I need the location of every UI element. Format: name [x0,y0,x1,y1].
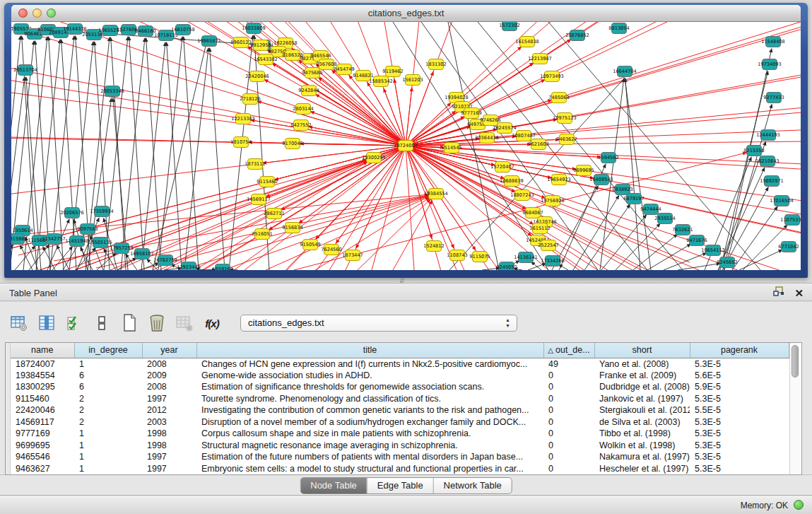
table-cell[interactable]: Tourette syndrome. Phenomenology and cla… [196,393,543,405]
table-cell[interactable]: 9465546 [11,451,74,463]
table-row[interactable]: 2242004622012Investigating the contribut… [11,404,789,416]
table-cell[interactable]: 9463627 [11,463,74,475]
node-yellow-9156834[interactable]: 9156834 [282,223,302,233]
table-cell[interactable]: 2012 [142,404,196,416]
table-cell[interactable]: 0 [543,416,594,428]
node-teal-12444193[interactable]: 12444193 [756,130,780,141]
node-teal-6466160[interactable]: 6466160 [135,26,155,37]
table-cell[interactable]: 2 [74,404,142,416]
table-cell[interactable]: 9115460 [11,393,74,405]
node-yellow-9115075[interactable]: 9115075 [469,252,490,262]
node-yellow-9170046[interactable]: 9170046 [282,139,302,149]
node-yellow-2803144[interactable]: 2803144 [293,104,313,115]
node-yellow-1108743[interactable]: 1108743 [447,250,467,261]
table-cell[interactable]: 0 [543,428,594,440]
node-yellow-9699695[interactable]: 9699695 [573,165,594,176]
node-yellow-2862711[interactable]: 2862711 [264,209,284,219]
table-cell[interactable]: Genome-wide association studies in ADHD. [196,370,543,382]
node-teal-9277433[interactable]: 9277433 [763,93,784,103]
node-yellow-1514545[interactable]: 1514545 [441,143,461,153]
node-yellow-12213987[interactable]: 12213987 [528,54,552,64]
node-yellow-9119462[interactable]: 9119462 [382,66,403,77]
node-teal-9245652[interactable]: 9245652 [717,257,737,268]
column-header-name[interactable]: name [11,343,74,358]
table-row[interactable]: 969969511998Structural magnetic resonanc… [11,440,789,452]
table-cell[interactable]: 5.3E-5 [690,358,789,370]
node-teal-16782759[interactable]: 16782759 [153,255,177,266]
node-teal-14136141[interactable]: 14136141 [514,252,538,263]
node-yellow-2718126[interactable]: 2718126 [240,94,260,105]
node-teal-15692971[interactable]: 15692971 [760,176,784,187]
table-cell[interactable]: 5.5E-5 [690,404,789,416]
table-cell[interactable]: 0 [543,440,594,452]
table-cell[interactable]: Hescheler et al. (1997) [594,463,690,475]
attribute-table[interactable]: namein_degreeyeartitle△out_de...shortpag… [11,343,789,474]
table-row[interactable]: 1872400712008Changes of HCN gene express… [11,358,789,370]
node-teal-19965871[interactable]: 19965871 [197,36,221,47]
node-teal-17016504[interactable]: 17016504 [770,196,794,206]
column-header-title[interactable]: title [196,343,543,358]
table-cell[interactable]: 1 [74,463,142,475]
node-yellow-12975123[interactable]: 12975123 [553,113,577,124]
node-yellow-2522547[interactable]: 2522547 [538,240,558,251]
table-cell[interactable]: Franke et al. (2009) [594,370,690,382]
table-cell[interactable]: 0 [543,393,594,405]
node-teal-19734093[interactable]: 19734093 [758,59,782,70]
node-yellow-16154838[interactable]: 16154838 [515,37,539,47]
table-cell[interactable]: 1998 [142,440,196,452]
node-yellow-9242844[interactable]: 9242844 [298,86,319,96]
column-header-year[interactable]: year [142,343,196,358]
table-cell[interactable]: 49 [543,358,594,370]
table-cell[interactable]: 6 [74,381,142,393]
node-teal-9245052[interactable]: 9245052 [496,262,517,271]
close-panel-icon[interactable]: ✕ [794,287,804,300]
table-cell[interactable]: 2 [74,393,142,405]
node-yellow-8427552[interactable]: 8427552 [290,120,311,131]
node-teal-8215358[interactable]: 8215358 [743,146,764,156]
node-yellow-19654923[interactable]: 19654923 [547,175,571,185]
column-header-out_de[interactable]: △out_de... [543,343,594,358]
node-yellow-7624560[interactable]: 7624560 [321,245,341,255]
node-teal-8471676[interactable]: 8471676 [686,235,707,246]
table-cell[interactable]: 2008 [142,381,196,393]
node-yellow-9621603[interactable]: 9621603 [528,139,548,150]
table-cell[interactable]: Yano et al. (2008) [594,358,690,370]
table-row[interactable]: 1456911722003Disruption of a novel membe… [11,416,789,428]
table-row[interactable]: 1830029562008Estimation of significance … [11,381,789,393]
table-cell[interactable]: 1 [74,440,142,452]
tab-edge-table[interactable]: Edge Table [367,478,434,493]
rows-icon[interactable] [93,314,111,332]
table-cell[interactable]: 0 [543,463,594,475]
node-yellow-8960123[interactable]: 8960123 [230,37,251,48]
node-yellow-8454749[interactable]: 8454749 [334,64,354,75]
table-cell[interactable]: Changes of HCN gene expression and I(f) … [196,358,543,370]
table-cell[interactable]: 5.3E-5 [690,416,789,428]
node-yellow-1831302[interactable]: 1831302 [425,59,446,70]
table-cell[interactable]: Investigating the contribution of common… [196,404,543,416]
node-teal-1572302[interactable]: 1572302 [499,22,519,31]
node-yellow-9150549[interactable]: 9150549 [300,240,320,250]
table-cell[interactable]: 0 [543,451,594,463]
column-select-icon[interactable] [37,314,56,332]
table-cell[interactable]: 1997 [142,463,196,475]
table-cell[interactable]: Dudbridge et al. (2008) [594,381,690,393]
new-document-icon[interactable] [120,314,139,332]
table-cell[interactable]: 22420046 [11,404,74,416]
scrollbar-thumb[interactable] [792,345,799,378]
table-cell[interactable]: 5.3E-5 [690,393,789,405]
table-cell[interactable]: 0 [543,404,594,416]
table-cell[interactable]: 1997 [142,393,196,405]
node-teal-8813054[interactable]: 8813054 [608,23,629,34]
table-cell[interactable]: 1998 [142,428,196,440]
node-teal-6879197[interactable]: 6879197 [623,194,644,204]
table-cell[interactable]: Tibbo et al. (1998) [594,428,690,440]
table-cell[interactable]: 5.9E-5 [690,381,789,393]
table-settings-icon[interactable] [10,314,28,332]
table-cell[interactable]: 18724007 [11,358,74,370]
trash-icon[interactable] [148,314,166,332]
node-teal-11451948[interactable]: 11451948 [65,236,89,247]
table-vertical-scrollbar[interactable] [789,343,800,474]
node-teal-6771042[interactable]: 6771042 [778,242,799,252]
tab-network-table[interactable]: Network Table [434,478,512,493]
node-teal-2935514[interactable]: 2935514 [654,214,675,224]
